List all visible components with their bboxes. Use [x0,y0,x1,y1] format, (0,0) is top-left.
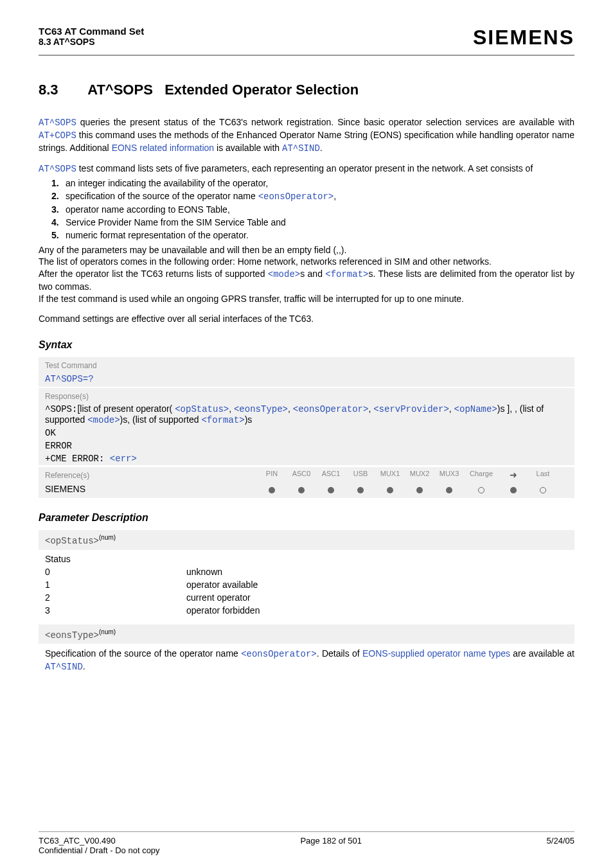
resp-c3: , [368,403,373,414]
status-row: 0unknown [45,567,574,577]
section-number: 8.3 [39,82,84,98]
param-bar-opstatus: <opStatus>(num) [39,530,574,550]
list-text-1: an integer indicating the availability o… [66,178,268,188]
cmd-link-atsops-2[interactable]: AT^SOPS [39,164,76,174]
param-link-format[interactable]: <format> [325,269,368,279]
reference-siemens: SIEMENS [39,481,257,497]
param-link-eonsoperator-2[interactable]: <eonsOperator> [293,404,369,414]
eonstype-t3: are available at [510,648,574,659]
ref-col-last: Last [528,467,558,483]
arrow-right-icon: ➜ [510,470,517,480]
param-name-eonstype: <eonsType> [45,630,99,640]
response-label: Response(s) [39,388,574,402]
dot-empty-icon [540,487,546,493]
ref-col-mux1: MUX1 [375,467,405,483]
post-p2: The list of operators comes in the follo… [39,256,574,268]
set-list: 1.an integer indicating the availability… [39,178,574,240]
ref-dot-cell [499,483,528,498]
param-sup-num-2: (num) [99,628,116,635]
parameter-description-heading: Parameter Description [39,512,574,524]
list-item: 4.Service Provider Name from the SIM Ser… [51,217,574,227]
ref-dot-cell [316,483,346,498]
param-link-opname[interactable]: <opName> [454,404,497,414]
paragraph-2: AT^SOPS test command lists sets of five … [39,163,574,175]
dot-filled-icon [269,487,275,493]
ref-col-asc0: ASC0 [287,467,316,483]
eons-types-link[interactable]: EONS-supplied operator name types [362,648,510,659]
resp-prefix: ^SOPS: [45,404,77,414]
param-link-eonsoperator-3[interactable]: <eonsOperator> [241,649,317,659]
dot-filled-icon [446,487,452,493]
doc-title: TC63 AT Command Set [39,26,144,37]
dot-empty-icon [478,487,484,493]
param-link-mode[interactable]: <mode> [268,269,300,279]
ref-dot-cell [287,483,316,498]
resp-text-4: )s [245,414,253,425]
footer-doc-id: TC63_ATC_V00.490 [39,836,116,846]
list-item: 5.numeric format representation of the o… [51,230,574,240]
ref-dot-cell [528,483,558,498]
list-text-5: numeric format representation of the ope… [66,230,249,240]
intro-text-3: is available with [214,143,282,153]
syntax-heading: Syntax [39,339,574,351]
eonstype-t1: Specification of the source of the opera… [45,648,241,659]
page-header: TC63 AT Command Set 8.3 AT^SOPS SIEMENS [39,26,574,49]
intro-text-1: queries the present status of the TC63's… [76,117,574,127]
response-cme: +CME ERROR: <err> [39,452,574,465]
eons-info-link[interactable]: EONS related information [112,143,215,153]
eonstype-t4: . [83,661,85,671]
resp-text-3: )s, (list of supported [120,414,202,425]
list-text-2c: , [333,191,336,201]
param-bar-eonstype: <eonsType>(num) [39,624,574,644]
post-p1: Any of the parameters may be unavailable… [39,244,574,256]
response-error: ERROR [39,439,574,452]
status-value: unknown [186,567,222,577]
footer-right: 5/24/05 [547,836,574,846]
dot-filled-icon [357,487,364,493]
resp-c2: , [288,403,293,414]
ref-col-charge: Charge [464,467,499,483]
brand-logo: SIEMENS [473,26,574,49]
intro-text-4: . [320,143,323,153]
opstatus-status-label: Status [39,554,574,564]
dot-filled-icon [298,487,305,493]
cmd-link-atcops[interactable]: AT+COPS [39,130,76,141]
param-link-opstatus[interactable]: <opStatus> [175,404,229,414]
status-key: 2 [45,592,186,603]
list-item: 1.an integer indicating the availability… [51,178,574,188]
test-command-label: Test Command [39,357,574,371]
dot-filled-icon [416,487,423,493]
ref-dot-cell [346,483,375,498]
list-text-2a: specification of the source of the opera… [66,191,258,201]
ref-dot-cell [464,483,499,498]
test-command-code: AT^SOPS=? [39,371,574,387]
cmd-link-atsops[interactable]: AT^SOPS [39,118,76,128]
response-block: Response(s) ^SOPS:[list of present opera… [39,388,574,465]
ref-col-mux2: MUX2 [405,467,434,483]
param-link-eonsoperator[interactable]: <eonsOperator> [258,191,334,202]
dot-filled-icon [387,487,393,493]
status-key: 3 [45,605,186,616]
list-item: 3.operator name according to EONS Table, [51,204,574,215]
ref-col-pin: PIN [257,467,287,483]
para2-text: test command lists sets of five paramete… [76,163,533,173]
section-title: 8.3 AT^SOPS Extended Operator Selection [39,82,574,98]
cmd-link-atsind-2[interactable]: AT^SIND [45,662,83,672]
param-link-mode-2[interactable]: <mode> [87,415,120,425]
intro-paragraph: AT^SOPS queries the present status of th… [39,116,574,155]
param-link-err[interactable]: <err> [110,454,137,464]
param-link-format-2[interactable]: <format> [201,415,244,425]
opstatus-table: 0unknown1operator available2current oper… [45,567,574,616]
ref-body-row [257,483,574,498]
resp-text-1: [list of present operator( [77,403,175,414]
status-key: 0 [45,567,186,577]
reference-table: Reference(s) SIEMENS PIN ASC0 ASC1 USB M… [39,466,574,498]
cmd-link-atsind[interactable]: AT^SIND [282,143,320,154]
param-link-eonstype[interactable]: <eonsType> [234,404,288,414]
param-link-servprovider[interactable]: <servProvider> [373,404,449,414]
param-name-opstatus: <opStatus> [45,536,99,546]
list-text-4: Service Provider Name from the SIM Servi… [66,217,286,227]
post-p3b: s and [300,269,325,279]
status-value: operator forbidden [186,605,260,616]
ref-dot-cell [434,483,464,498]
